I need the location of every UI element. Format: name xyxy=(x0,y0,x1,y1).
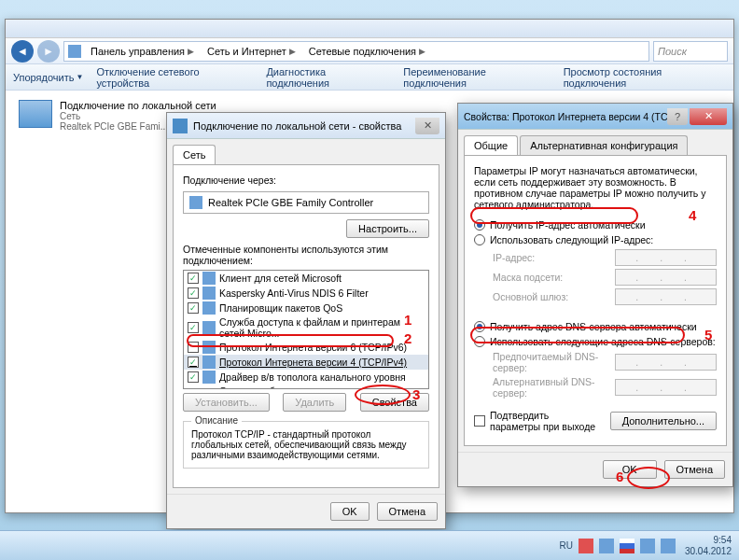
help-button[interactable]: ? xyxy=(667,108,688,125)
uninstall-button[interactable]: Удалить xyxy=(283,393,346,412)
dns-auto-radio-row[interactable]: Получить адрес DNS-сервера автоматически xyxy=(474,321,717,332)
dialog-title: Подключение по локальной сети - свойства xyxy=(193,120,401,132)
location-icon xyxy=(68,45,81,58)
search-input[interactable]: Поиск xyxy=(653,41,728,62)
checkbox[interactable]: ✓ xyxy=(188,273,199,284)
chevron-down-icon: ▼ xyxy=(76,73,83,81)
ip-auto-radio-row[interactable]: Получить IP-адрес автоматически xyxy=(474,219,717,231)
dialog-titlebar[interactable]: Подключение по локальной сети - свойства… xyxy=(167,113,445,139)
flag-icon[interactable] xyxy=(620,539,634,553)
nav-back-button[interactable]: ◄ xyxy=(11,40,34,63)
ipv4-properties-dialog: Свойства: Протокол Интернета версии 4 (T… xyxy=(457,103,733,487)
explorer-titlebar[interactable] xyxy=(6,20,733,38)
component-item[interactable]: ✓Планировщик пакетов QoS xyxy=(184,301,428,315)
toolbar-organize[interactable]: Упорядочить ▼ xyxy=(13,72,83,83)
annotation-3: 3 xyxy=(412,386,420,402)
checkbox[interactable]: ✓ xyxy=(188,287,199,299)
annotation-5: 5 xyxy=(704,327,712,343)
taskbar[interactable]: RU 9:54 30.04.2012 xyxy=(0,530,739,560)
dns-manual-radio-row[interactable]: Использовать следующие адреса DNS-сервер… xyxy=(474,336,717,347)
cancel-button[interactable]: Отмена xyxy=(664,460,725,479)
confirm-checkbox[interactable]: ✓ xyxy=(474,415,485,427)
dns1-input: . . . xyxy=(615,354,717,371)
close-button[interactable]: ✕ xyxy=(690,108,727,125)
intro-text: Параметры IP могут назначаться автоматич… xyxy=(474,165,717,210)
connect-via-label: Подключение через: xyxy=(183,175,429,186)
system-tray: RU xyxy=(559,539,675,553)
component-item-ipv6[interactable]: ✓Протокол Интернета версии 6 (TCP/IPv6) xyxy=(184,340,428,355)
tab-panel: Параметры IP могут назначаться автоматич… xyxy=(464,155,727,446)
radio-button[interactable] xyxy=(474,219,485,231)
adapter-icon xyxy=(189,196,202,209)
dns-manual-label: Использовать следующие адреса DNS-сервер… xyxy=(490,336,716,347)
tab-panel: Подключение через: Realtek PCIe GBE Fami… xyxy=(173,164,439,488)
volume-icon[interactable] xyxy=(661,539,676,553)
chevron-right-icon: ▶ xyxy=(289,47,296,56)
component-item[interactable]: ✓Служба доступа к файлам и принтерам сет… xyxy=(184,315,428,340)
confirm-label: Подтвердить параметры при выходе xyxy=(490,410,601,432)
advanced-button[interactable]: Дополнительно... xyxy=(610,412,717,430)
cancel-button[interactable]: Отмена xyxy=(377,502,438,521)
breadcrumb[interactable]: Сеть и Интернет▶ xyxy=(203,46,300,57)
component-icon xyxy=(202,287,216,300)
checkbox[interactable]: ✓ xyxy=(188,357,199,368)
clock[interactable]: 9:54 30.04.2012 xyxy=(685,535,732,557)
breadcrumb[interactable]: Сетевые подключения▶ xyxy=(305,46,429,57)
component-item[interactable]: ✓Kaspersky Anti-Virus NDIS 6 Filter xyxy=(184,286,428,301)
explorer-navbar: ◄ ► Панель управления▶ Сеть и Интернет▶ … xyxy=(6,38,733,64)
toolbar-rename[interactable]: Переименование подключения xyxy=(403,66,550,89)
tray-icon[interactable] xyxy=(599,539,614,553)
dialog-titlebar[interactable]: Свойства: Протокол Интернета версии 4 (T… xyxy=(458,104,732,130)
component-item[interactable]: ✓Клиент для сетей Microsoft xyxy=(184,271,428,286)
install-button[interactable]: Установить... xyxy=(183,393,270,412)
component-icon xyxy=(202,371,216,384)
tab-alternate[interactable]: Альтернативная конфигурация xyxy=(520,135,688,155)
subnet-mask-input: . . . xyxy=(615,269,717,286)
subnet-mask-label: Маска подсети: xyxy=(493,272,609,283)
dialog-icon xyxy=(173,119,188,133)
network-adapter-icon xyxy=(19,100,52,128)
checkbox[interactable]: ✓ xyxy=(188,342,199,353)
tab-network[interactable]: Сеть xyxy=(173,145,216,164)
annotation-4: 4 xyxy=(689,207,696,223)
configure-button[interactable]: Настроить... xyxy=(346,219,429,238)
toolbar-status[interactable]: Просмотр состояния подключения xyxy=(564,66,726,89)
annotation-2: 2 xyxy=(404,330,411,346)
ok-button[interactable]: OK xyxy=(603,460,657,479)
component-item[interactable]: ✓Драйвер в/в тополога канального уровня xyxy=(184,370,428,385)
checkbox[interactable]: ✓ xyxy=(188,322,199,333)
radio-button[interactable] xyxy=(474,336,485,347)
close-button[interactable]: ✕ xyxy=(415,118,439,134)
address-bar[interactable]: Панель управления▶ Сеть и Интернет▶ Сете… xyxy=(63,41,649,62)
component-icon xyxy=(202,341,216,354)
chevron-right-icon: ▶ xyxy=(419,47,425,56)
components-list[interactable]: ✓Клиент для сетей Microsoft ✓Kaspersky A… xyxy=(183,270,429,389)
dns1-label: Предпочитаемый DNS-сервер: xyxy=(493,351,609,373)
toolbar-disable[interactable]: Отключение сетевого устройства xyxy=(96,66,253,89)
ok-button[interactable]: OK xyxy=(330,502,370,521)
tray-icon[interactable] xyxy=(579,539,593,553)
component-icon xyxy=(202,301,216,315)
component-icon xyxy=(202,356,216,369)
ip-manual-radio-row[interactable]: Использовать следующий IP-адрес: xyxy=(474,234,717,245)
language-indicator[interactable]: RU xyxy=(559,540,572,551)
network-icon[interactable] xyxy=(640,539,655,553)
checkbox[interactable]: ✓ xyxy=(188,302,199,314)
clock-time: 9:54 xyxy=(685,535,732,546)
adapter-name: Realtek PCIe GBE Family Controller xyxy=(208,197,373,208)
breadcrumb[interactable]: Панель управления▶ xyxy=(87,46,198,57)
dns-auto-label: Получить адрес DNS-сервера автоматически xyxy=(490,321,697,332)
tab-general[interactable]: Общие xyxy=(464,135,518,155)
toolbar-diagnose[interactable]: Диагностика подключения xyxy=(266,66,390,89)
components-label: Отмеченные компоненты используются этим … xyxy=(183,244,429,266)
ip-address-input: . . . xyxy=(615,249,717,266)
radio-button[interactable] xyxy=(474,234,485,245)
radio-button[interactable] xyxy=(474,321,485,332)
component-item[interactable]: ✓Ответчик обнаружения топологии канально… xyxy=(184,385,428,389)
component-item-ipv4[interactable]: ✓Протокол Интернета версии 4 (TCP/IPv4) xyxy=(184,355,428,370)
checkbox[interactable]: ✓ xyxy=(188,371,199,383)
component-icon xyxy=(202,272,216,285)
nav-forward-button[interactable]: ► xyxy=(37,40,60,63)
connection-name: Подключение по локальной сети xyxy=(60,100,216,111)
dns2-input: . . . xyxy=(615,379,717,396)
